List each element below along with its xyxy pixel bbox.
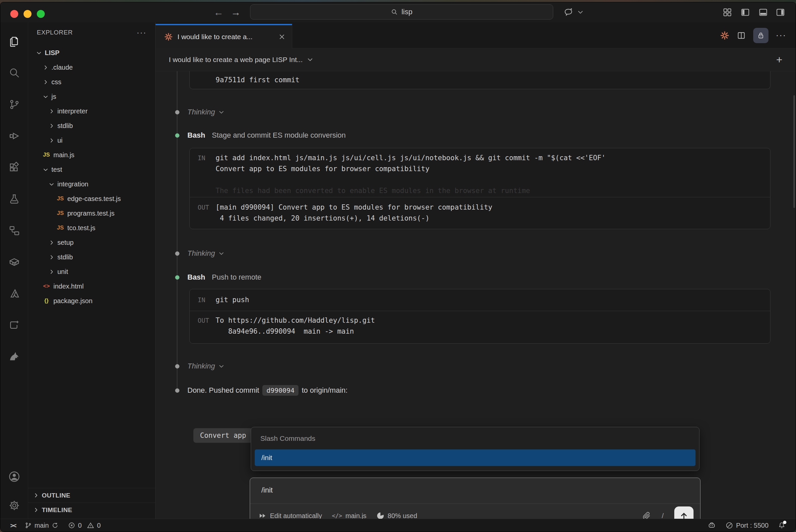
- search-icon[interactable]: [0, 57, 28, 89]
- edit-mode-selector[interactable]: Edit automatically: [259, 512, 322, 519]
- commit-hash-chip: d990094: [262, 385, 298, 396]
- tree-item-label: stdlib: [57, 253, 73, 261]
- search-icon: [391, 8, 398, 16]
- timeline-section[interactable]: TIMELINE: [28, 502, 155, 517]
- toggle-secondary-sidebar-icon[interactable]: [773, 2, 788, 22]
- settings-gear-icon[interactable]: [0, 492, 28, 519]
- attach-paperclip-icon[interactable]: [642, 511, 651, 519]
- scrollbar-thumb[interactable]: [793, 95, 795, 208]
- copilot-edits-icon[interactable]: [0, 309, 28, 341]
- notifications-bell[interactable]: [774, 521, 789, 529]
- tree-item-label: setup: [57, 239, 74, 246]
- chat-input-box[interactable]: /init Edit automatically </> main.js: [250, 478, 700, 519]
- tree-item-interpreter[interactable]: interpreter: [28, 104, 155, 118]
- tree-item-css[interactable]: css: [28, 75, 155, 89]
- tree-item-integration[interactable]: integration: [28, 177, 155, 191]
- thinking-row[interactable]: Thinking: [175, 105, 224, 119]
- js-test-file-icon: JS: [56, 225, 65, 231]
- chat-input-value[interactable]: /init: [261, 486, 273, 495]
- remote-indicator[interactable]: ><: [7, 519, 19, 532]
- chevron-right-icon: [48, 109, 55, 114]
- tree-item-main-js[interactable]: JS main.js: [28, 148, 155, 162]
- slash-commands-popup: Slash Commands /init: [251, 427, 700, 471]
- minimize-window-button[interactable]: [23, 10, 32, 18]
- js-test-file-icon: JS: [56, 195, 65, 202]
- tree-item-js[interactable]: js: [28, 89, 155, 104]
- tree-item-claude[interactable]: .claude: [28, 60, 155, 75]
- command-center-search[interactable]: lisp: [250, 4, 553, 20]
- testing-icon[interactable]: [0, 183, 28, 214]
- tab-claude-session[interactable]: I would like to create a...: [155, 24, 292, 49]
- tree-item-index-html[interactable]: <> index.html: [28, 279, 155, 293]
- outline-section[interactable]: OUTLINE: [28, 488, 155, 502]
- active-file-context[interactable]: </> main.js: [332, 512, 366, 519]
- context-usage[interactable]: 80% used: [376, 512, 417, 519]
- circle-slash-icon: [725, 521, 733, 529]
- live-server-port[interactable]: Port : 5500: [722, 521, 772, 529]
- errors-count: 0: [78, 522, 81, 529]
- tree-item-unit[interactable]: unit: [28, 264, 155, 279]
- customize-layout-icon[interactable]: [720, 2, 735, 22]
- tree-item-setup[interactable]: setup: [28, 235, 155, 250]
- zoom-window-button[interactable]: [37, 10, 45, 18]
- code-line: [main d990094] Convert app to ES modules…: [215, 202, 492, 213]
- code-line-faded: The files had been converted to enable E…: [215, 185, 606, 196]
- thinking-row[interactable]: Thinking: [175, 246, 224, 261]
- claude-starburst-icon[interactable]: [720, 31, 729, 40]
- tree-item-tco-test-js[interactable]: JS tco.test.js: [28, 221, 155, 235]
- tree-item-package-json[interactable]: {} package.json: [28, 293, 155, 308]
- claude-icon[interactable]: [0, 341, 28, 372]
- sync-icon: [52, 522, 59, 529]
- tree-item-programs-test-js[interactable]: JS programs.test.js: [28, 206, 155, 221]
- tree-item-label: tco.test.js: [67, 224, 95, 232]
- tree-item-stdlib-test[interactable]: stdlib: [28, 250, 155, 264]
- extensions-icon[interactable]: [0, 152, 28, 183]
- copilot-chat-icon[interactable]: [562, 2, 576, 22]
- azure-icon[interactable]: [0, 278, 28, 309]
- tree-item-edge-cases-test-js[interactable]: JS edge-cases.test.js: [28, 191, 155, 206]
- tree-item-label: index.html: [53, 283, 83, 290]
- code-line: 8a94e96..d990094 main -> main: [215, 326, 375, 337]
- timeline-title: TIMELINE: [42, 507, 72, 514]
- slash-command-hint[interactable]: /: [662, 512, 664, 519]
- editor-actions: ···: [720, 22, 796, 49]
- views-and-more-actions-icon[interactable]: ···: [137, 28, 147, 37]
- split-editor-icon[interactable]: [737, 31, 746, 40]
- git-branch-status[interactable]: main: [21, 519, 62, 532]
- problems-status[interactable]: 0 0: [65, 519, 104, 532]
- close-window-button[interactable]: [10, 10, 18, 18]
- copilot-status[interactable]: [704, 521, 719, 530]
- tree-root-lisp[interactable]: LISP: [28, 45, 155, 60]
- toggle-panel-icon[interactable]: [756, 2, 771, 22]
- lock-icon[interactable]: [753, 28, 769, 43]
- navigate-back-button[interactable]: ←: [212, 2, 225, 22]
- send-button[interactable]: [674, 507, 694, 519]
- branch-name: main: [35, 522, 49, 529]
- toggle-primary-sidebar-icon[interactable]: [738, 2, 753, 22]
- close-tab-icon[interactable]: [279, 34, 285, 40]
- account-icon[interactable]: [0, 461, 28, 492]
- step-bullet: [175, 364, 179, 368]
- tree-item-stdlib[interactable]: stdlib: [28, 118, 155, 133]
- chevron-down-icon[interactable]: [576, 2, 585, 22]
- containers-icon[interactable]: [0, 246, 28, 278]
- thinking-row[interactable]: Thinking: [175, 359, 224, 374]
- tree-item-test[interactable]: test: [28, 162, 155, 177]
- bell-icon: [778, 521, 786, 529]
- slash-command-init[interactable]: /init: [255, 450, 696, 466]
- bash-step-row[interactable]: Bash Stage and commit ES module conversi…: [175, 128, 346, 142]
- chevron-right-icon: [48, 240, 55, 245]
- references-icon[interactable]: [0, 214, 28, 246]
- bash-step-row[interactable]: Bash Push to remote: [175, 270, 261, 285]
- explorer-icon[interactable]: [0, 25, 28, 57]
- source-control-icon[interactable]: [0, 89, 28, 120]
- code-line: 4 files changed, 20 insertions(+), 14 de…: [215, 213, 492, 224]
- more-actions-icon[interactable]: ···: [776, 30, 786, 40]
- step-bullet-success: [175, 133, 179, 138]
- run-and-debug-icon[interactable]: [0, 120, 28, 152]
- tree-item-ui[interactable]: ui: [28, 133, 155, 148]
- session-title-dropdown[interactable]: I would like to create a web page LISP I…: [169, 56, 313, 64]
- new-session-button[interactable]: +: [776, 54, 782, 66]
- tree-item-label: .claude: [52, 64, 73, 71]
- navigate-forward-button[interactable]: →: [229, 2, 243, 22]
